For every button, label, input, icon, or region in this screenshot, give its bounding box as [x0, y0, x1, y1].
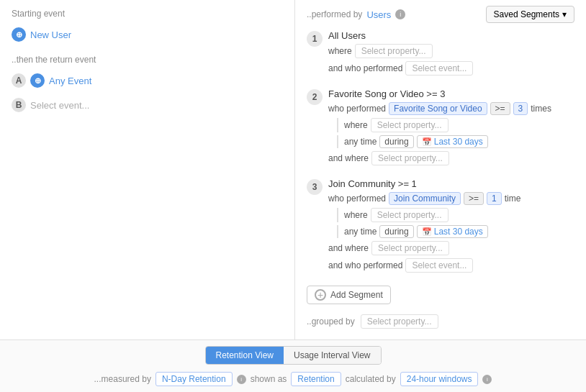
segment-3-property-select[interactable]: Select property... [371, 208, 448, 222]
new-user-icon: ⊕ [12, 27, 26, 42]
time-label-3: time [505, 193, 521, 204]
select-event-row: B Select event... [12, 95, 283, 115]
select-event-placeholder[interactable]: Select event... [30, 100, 89, 111]
segment-2-any-time: any time during 📅 Last 30 days [337, 135, 574, 148]
any-event-row: A ⊕ Any Event [12, 70, 283, 91]
add-segment-row: + Add Segment [307, 286, 574, 304]
bottom-bar: Retention View Usage Interval View ...me… [0, 339, 586, 392]
segment-2-and-where-select[interactable]: Select property... [371, 151, 449, 165]
segment-3-where-indented: where Select property... [337, 208, 574, 222]
segment-3-last-days-tag[interactable]: 📅 Last 30 days [417, 225, 488, 238]
segment-3-row: 3 Join Community >= 1 who performed Join… [307, 178, 574, 275]
chevron-down-icon: ▾ [562, 9, 567, 19]
performed-by-label: ..performed by [307, 9, 362, 19]
and-where-label-2: and where [328, 153, 369, 163]
calendar-icon-2: 📅 [422, 137, 432, 147]
segment-1-row: 1 All Users where Select property... and… [307, 30, 574, 78]
windows-info-icon[interactable]: i [482, 375, 492, 384]
n-day-retention-tag[interactable]: N-Day Retention [155, 372, 233, 386]
users-info-icon[interactable]: i [395, 9, 405, 19]
segment-2-where-indented: where Select property... [337, 118, 574, 132]
return-event-label: ..then the return event [12, 55, 283, 65]
segment-3-title: Join Community >= 1 [328, 178, 574, 189]
segment-3-last-days-label: Last 30 days [434, 227, 483, 237]
segment-3-number: 3 [307, 179, 323, 195]
segment-2-property-select[interactable]: Select property... [371, 118, 448, 132]
any-event-icon: ⊕ [30, 73, 45, 88]
segment-2-event-tag[interactable]: Favorite Song or Video [389, 102, 487, 115]
segment-1-and-who: and who performed Select event... [328, 61, 574, 76]
view-tabs: Retention View Usage Interval View [205, 346, 382, 365]
windows-tag[interactable]: 24-hour windows [400, 372, 479, 386]
usage-interval-view-tab[interactable]: Usage Interval View [284, 347, 381, 364]
where-label: where [328, 46, 352, 56]
segment-3-during-tag[interactable]: during [379, 225, 413, 238]
segment-3-who-performed: who performed Join Community >= 1 time [328, 192, 574, 205]
bottom-full: Retention View Usage Interval View ...me… [12, 346, 574, 386]
grouped-by-select[interactable]: Select property... [361, 314, 438, 329]
segment-2-title: Favorite Song or Video >= 3 [328, 88, 574, 99]
segment-1-title: All Users [328, 30, 574, 41]
times-label-2: times [531, 104, 551, 114]
who-performed-label-2: who performed [328, 104, 386, 114]
right-panel: ..performed by Users i Saved Segments ▾ … [295, 0, 586, 339]
segment-3-and-who: and who performed Select event... [328, 258, 574, 273]
where-label-3: where [344, 210, 368, 220]
segment-2-last-days-tag[interactable]: 📅 Last 30 days [417, 135, 488, 148]
segment-2-content: Favorite Song or Video >= 3 who performe… [328, 88, 574, 168]
and-who-label-3: and who performed [328, 260, 402, 270]
calendar-icon-3: 📅 [422, 227, 432, 237]
saved-segments-button[interactable]: Saved Segments ▾ [486, 6, 574, 23]
segment-2-last-days-label: Last 30 days [434, 137, 483, 147]
calculated-by-label: calculated by [346, 374, 396, 384]
segment-1-event-select[interactable]: Select event... [405, 61, 473, 76]
measured-by-label: ...measured by [94, 374, 151, 384]
segment-2-and-where: and where Select property... [328, 151, 574, 165]
letter-a-badge: A [12, 73, 26, 88]
any-time-label-3: any time [344, 227, 377, 237]
performed-by-row: ..performed by Users i [307, 9, 405, 20]
add-segment-button[interactable]: + Add Segment [307, 286, 391, 304]
who-performed-label-3: who performed [328, 193, 386, 204]
segment-2-during-tag[interactable]: during [379, 135, 413, 148]
bottom-meta-row: ...measured by N-Day Retention i shown a… [94, 372, 492, 386]
segment-3-operator[interactable]: >= [464, 192, 484, 205]
and-where-label-3: and where [328, 243, 369, 253]
n-day-info-icon[interactable]: i [237, 375, 246, 384]
new-user-event[interactable]: ⊕ New User [12, 24, 283, 45]
shown-as-label: shown as [251, 374, 287, 384]
where-label-2: where [344, 120, 368, 130]
segment-2: 2 Favorite Song or Video >= 3 who perfor… [307, 88, 574, 168]
segment-3: 3 Join Community >= 1 who performed Join… [307, 178, 574, 275]
any-time-label-2: any time [344, 137, 377, 147]
segment-3-event-select[interactable]: Select event... [405, 258, 473, 273]
segment-3-any-time: any time during 📅 Last 30 days [337, 225, 574, 238]
grouped-by-row: ..grouped by Select property... [307, 314, 574, 329]
segment-2-operator[interactable]: >= [490, 102, 510, 115]
left-panel: Starting event ⊕ New User ..then the ret… [0, 0, 295, 339]
letter-b-badge: B [12, 98, 26, 112]
any-event-label[interactable]: Any Event [49, 76, 91, 86]
right-header: ..performed by Users i Saved Segments ▾ [307, 6, 574, 23]
segment-1-content: All Users where Select property... and w… [328, 30, 574, 78]
plus-circle-icon: + [315, 289, 326, 301]
segment-2-count[interactable]: 3 [513, 102, 528, 115]
segment-1-number: 1 [307, 31, 323, 47]
retention-view-tab[interactable]: Retention View [206, 347, 284, 364]
add-segment-label: Add Segment [330, 290, 383, 300]
segment-1-property-select[interactable]: Select property... [355, 44, 433, 58]
segment-2-row: 2 Favorite Song or Video >= 3 who perfor… [307, 88, 574, 168]
new-user-label[interactable]: New User [30, 29, 71, 40]
segment-3-content: Join Community >= 1 who performed Join C… [328, 178, 574, 275]
segment-1-where: where Select property... [328, 44, 574, 58]
segment-2-who-performed: who performed Favorite Song or Video >= … [328, 102, 574, 115]
segment-3-and-where-select[interactable]: Select property... [371, 241, 449, 255]
and-who-label: and who performed [328, 63, 402, 73]
segment-2-number: 2 [307, 89, 323, 105]
retention-tag[interactable]: Retention [291, 372, 341, 386]
users-link[interactable]: Users [366, 9, 391, 20]
starting-event-label: Starting event [12, 9, 283, 19]
segment-3-count[interactable]: 1 [487, 192, 502, 205]
segment-3-event-tag[interactable]: Join Community [389, 192, 461, 205]
segment-3-and-where: and where Select property... [328, 241, 574, 255]
